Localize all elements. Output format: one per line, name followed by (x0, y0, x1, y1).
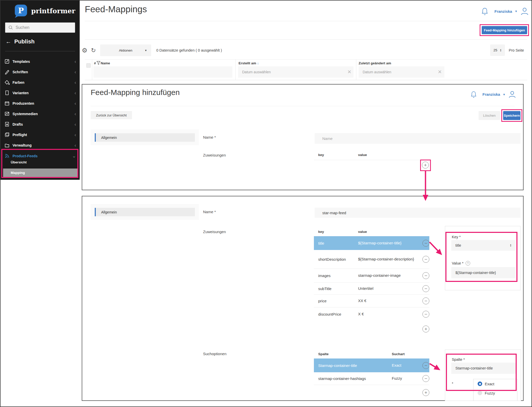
search-option-row[interactable]: starmap-container-hashtagsFuzzy − (314, 372, 429, 385)
filter-funnel-icon[interactable] (97, 61, 100, 65)
assignment-row[interactable]: imagesstarmap-container-image − (314, 269, 429, 283)
remove-row-button[interactable]: − (422, 256, 429, 263)
search-placeholder: Suchen (16, 25, 29, 30)
media-icon (4, 111, 10, 117)
sidebar-item-farben[interactable]: Farben‹ (1, 77, 80, 88)
username[interactable]: Franziska (482, 92, 500, 97)
sidebar-item-mapping-active[interactable]: Mapping (3, 169, 78, 177)
tab-allgemein[interactable]: Allgemein (95, 133, 195, 142)
overlay-title: Feed-Mapping hinzufügen (91, 88, 180, 97)
preflight-icon (4, 132, 10, 138)
key-select[interactable]: title ▲▼ (451, 240, 516, 251)
column-divider (356, 59, 356, 80)
add-assignment-button[interactable]: + (422, 162, 429, 169)
remove-row-button[interactable]: − (422, 297, 429, 304)
sidebar-divider (5, 51, 75, 51)
back-to-publish[interactable]: ← Publish (6, 38, 34, 45)
assignment-row[interactable]: subTitleUntertitel − (314, 283, 429, 295)
publish-label: Publish (14, 38, 34, 45)
gear-icon[interactable]: ⚙ (82, 47, 87, 54)
user-caret-icon: ▼ (515, 10, 517, 13)
sidebar-item-systemmedien[interactable]: Systemmedien‹ (1, 109, 80, 119)
page-size-select[interactable]: 25 ▲▼ (490, 44, 505, 56)
pdf-icon (4, 122, 10, 127)
colors-icon (4, 80, 10, 85)
key-header: key (318, 153, 324, 157)
actions-dropdown[interactable]: Aktionen ▼ (100, 44, 151, 56)
remove-row-button[interactable]: − (422, 240, 429, 247)
remove-row-button[interactable]: − (422, 311, 429, 318)
chevron-left-icon: ‹ (75, 59, 76, 64)
tab-allgemein[interactable]: Allgemein (95, 208, 195, 216)
radio-option-exact[interactable]: Exact (474, 379, 517, 388)
modified-column-header: Zuletzt geändert am (359, 61, 391, 65)
sidebar-search-input[interactable]: Suchen (5, 22, 75, 33)
name-filter-input[interactable] (101, 66, 232, 78)
add-assignment-button[interactable]: + (422, 326, 429, 332)
bell-icon[interactable] (481, 7, 488, 15)
fonts-icon (4, 69, 10, 75)
select-all-checkbox[interactable] (86, 63, 91, 68)
back-arrow-icon: ← (6, 38, 11, 45)
remove-row-button[interactable]: − (422, 285, 429, 292)
refresh-icon[interactable]: ↻ (91, 47, 96, 54)
search-options-label: Suchoptionen (203, 352, 227, 356)
sidebar-item-uebersicht[interactable]: Übersicht (11, 160, 27, 164)
created-column-header: Erstellt am ↓ (239, 61, 259, 65)
value-header: value (358, 153, 367, 157)
app-window: P printformer Suchen ← Publish Templates… (0, 0, 532, 407)
user-block: Franziska ▼ (470, 90, 516, 99)
assignment-row[interactable]: shortDescription${Starmap-container-desc… (314, 250, 429, 269)
assignment-row[interactable]: discountPriceX € − (314, 307, 429, 321)
divider (314, 160, 429, 160)
sidebar-item-preflight[interactable]: Preflight‹ (1, 129, 80, 140)
sidebar-item-product-feeds[interactable]: Product-Feeds⌄ (1, 151, 80, 161)
printformer-logo-icon[interactable]: P (14, 4, 28, 18)
assignment-row[interactable]: priceXX € − (314, 295, 429, 307)
user-avatar-icon[interactable] (508, 90, 516, 99)
clear-icon[interactable]: ✕ (438, 69, 442, 75)
sidebar-item-templates[interactable]: Templates‹ (1, 56, 80, 67)
bell-icon[interactable] (470, 91, 477, 98)
spalte-input[interactable]: Starmap-container-title (451, 363, 516, 374)
username[interactable]: Franziska (494, 9, 512, 14)
clear-icon[interactable]: ✕ (347, 69, 351, 75)
assignments-label: Zuweisungen (203, 230, 226, 234)
remove-row-button[interactable]: − (422, 272, 429, 279)
sidebar-item-drafts[interactable]: Drafts‹ (1, 119, 80, 129)
back-to-overview-button[interactable]: Zurück zur Übersicht (91, 111, 132, 119)
assignment-row-selected[interactable]: title${Starmap-container-title} − (314, 236, 429, 250)
user-avatar-icon[interactable] (520, 7, 529, 16)
name-input[interactable]: Name (315, 133, 521, 144)
column-divider (235, 59, 236, 80)
templates-icon (4, 59, 10, 64)
help-icon[interactable]: ? (466, 261, 470, 266)
spalte-header: Spalte (318, 352, 329, 356)
search-option-row-selected[interactable]: Starmap-container-titleExact − (314, 358, 429, 372)
sidebar-item-verwaltung[interactable]: Verwaltung‹ (1, 140, 80, 150)
overlay-feed-mapping-filled: Allgemein Name * star-map-feed Zuweisung… (82, 196, 524, 401)
remove-row-button[interactable]: − (422, 375, 429, 382)
folder-icon (4, 142, 10, 148)
name-field-label: Name * (203, 210, 216, 214)
add-feed-mapping-button[interactable]: Feed-Mapping hinzufügen (482, 26, 527, 34)
delete-button[interactable]: Löschen (479, 111, 500, 120)
divider (91, 106, 515, 106)
radio-unselected-icon (478, 391, 482, 395)
add-search-option-button[interactable]: + (422, 389, 429, 396)
per-page-label: Pro Seite (509, 48, 524, 52)
sidebar-item-schriften[interactable]: Schriften‹ (1, 67, 80, 77)
suchart-header: Suchart (392, 352, 405, 356)
created-date-input[interactable]: Datum auswählen (238, 66, 353, 78)
save-button[interactable]: Speichern (503, 111, 521, 120)
sidebar-item-varianten[interactable]: Varianten‹ (1, 88, 80, 98)
value-input[interactable]: ${Starmap-container-title} (451, 267, 516, 278)
hash-column-header: # (94, 61, 96, 65)
remove-row-button[interactable]: − (422, 362, 429, 369)
key-header: key (318, 230, 324, 234)
chevron-left-icon: ‹ (75, 122, 76, 127)
sidebar-item-produzenten[interactable]: Produzenten‹ (1, 98, 80, 109)
name-input[interactable]: star-map-feed (315, 208, 521, 218)
radio-option-fuzzy[interactable]: Fuzzy (474, 388, 517, 398)
modified-date-input[interactable]: Datum auswählen (359, 66, 444, 78)
